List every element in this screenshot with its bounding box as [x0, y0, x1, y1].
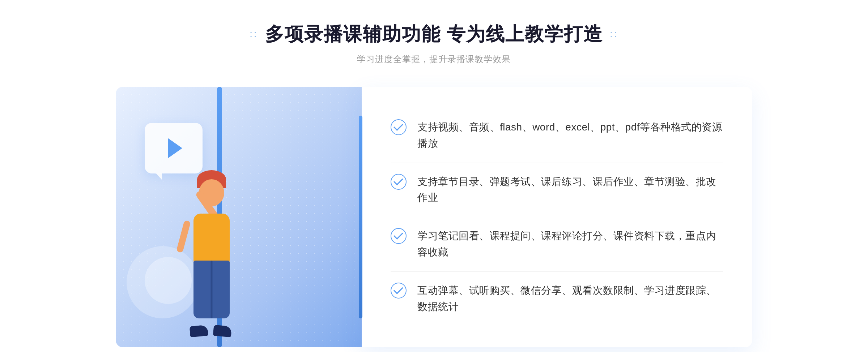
dots-right-icon: ∷	[610, 29, 618, 40]
person-shoe-right	[213, 325, 232, 337]
panel-blue-sidebar	[359, 116, 362, 318]
content-area: » 支持视频、音频、flash、word、excel、ppt、pdf等各种格式的…	[116, 87, 752, 347]
title-row: ∷ 多项录播课辅助功能 专为线上教学打造 ∷	[250, 22, 618, 47]
features-panel: 支持视频、音频、flash、word、excel、ppt、pdf等各种格式的资源…	[362, 87, 752, 347]
feature-item-3: 学习笔记回看、课程提问、课程评论打分、课件资料下载，重点内容收藏	[391, 217, 723, 272]
page-title: 多项录播课辅助功能 专为线上教学打造	[265, 22, 603, 47]
check-circle-3	[391, 228, 407, 244]
feature-text-3: 学习笔记回看、课程提问、课程评论打分、课件资料下载，重点内容收藏	[417, 228, 723, 261]
check-mark-2-icon	[393, 176, 403, 185]
content-panel-wrapper: 支持视频、音频、flash、word、excel、ppt、pdf等各种格式的资源…	[362, 87, 752, 347]
feature-text-4: 互动弹幕、试听购买、微信分享、观看次数限制、学习进度跟踪、数据统计	[417, 283, 723, 315]
check-mark-1-icon	[393, 121, 403, 131]
check-circle-4	[391, 283, 407, 299]
feature-text-1: 支持视频、音频、flash、word、excel、ppt、pdf等各种格式的资源…	[417, 119, 723, 152]
person-body	[193, 214, 230, 264]
person-pants	[193, 261, 230, 318]
person-figure	[156, 145, 278, 347]
page-wrapper: ∷ 多项录播课辅助功能 专为线上教学打造 ∷ 学习进度全掌握，提升录播课教学效果	[0, 0, 868, 352]
person-arm-left	[176, 220, 191, 253]
illustration-panel: »	[116, 87, 362, 347]
page-subtitle: 学习进度全掌握，提升录播课教学效果	[357, 53, 511, 65]
check-circle-1	[391, 119, 407, 135]
person-shoe-left	[190, 325, 208, 337]
feature-item-2: 支持章节目录、弹题考试、课后练习、课后作业、章节测验、批改作业	[391, 163, 723, 218]
dots-left-icon: ∷	[250, 29, 258, 40]
check-mark-3-icon	[393, 230, 403, 240]
header-section: ∷ 多项录播课辅助功能 专为线上教学打造 ∷ 学习进度全掌握，提升录播课教学效果	[250, 22, 618, 65]
check-mark-4-icon	[393, 284, 403, 294]
feature-item-1: 支持视频、音频、flash、word、excel、ppt、pdf等各种格式的资源…	[391, 108, 723, 163]
feature-item-4: 互动弹幕、试听购买、微信分享、观看次数限制、学习进度跟踪、数据统计	[391, 272, 723, 326]
feature-text-2: 支持章节目录、弹题考试、课后练习、课后作业、章节测验、批改作业	[417, 174, 723, 206]
check-circle-2	[391, 174, 407, 190]
